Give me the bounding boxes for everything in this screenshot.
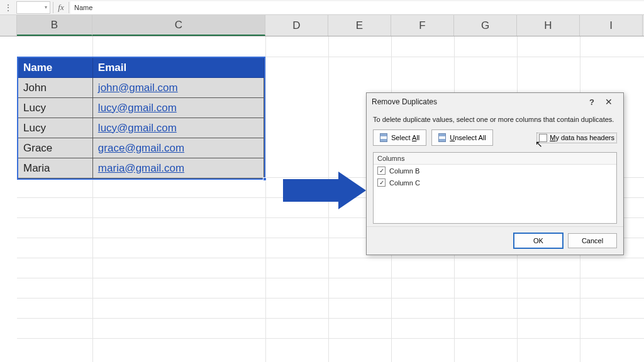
column-header-G[interactable]: G: [454, 15, 517, 36]
checkbox-icon: [539, 134, 547, 142]
cancel-button[interactable]: Cancel: [568, 233, 617, 248]
cell-name[interactable]: Lucy: [18, 118, 93, 138]
select-all-corner[interactable]: [0, 15, 17, 36]
cell-name[interactable]: John: [18, 78, 93, 98]
help-icon[interactable]: ?: [584, 97, 599, 107]
select-all-button[interactable]: Select All: [373, 129, 426, 146]
chevron-down-icon: ▾: [45, 4, 47, 10]
dialog-message: To delete duplicate values, select one o…: [373, 114, 617, 129]
dialog-titlebar[interactable]: Remove Duplicates ? ✕: [367, 93, 623, 111]
cell-email[interactable]: lucy@gmail.com: [93, 98, 264, 118]
column-header-D[interactable]: D: [265, 15, 328, 36]
my-data-has-headers-checkbox[interactable]: My data has headers: [536, 133, 617, 143]
ok-button[interactable]: OK: [514, 233, 563, 248]
cell-email[interactable]: grace@gmail.com: [93, 138, 264, 158]
column-item-label: Column B: [389, 167, 419, 175]
unselect-all-icon: [438, 133, 446, 142]
column-headers: B C D E F G H I: [0, 15, 644, 36]
column-header-C[interactable]: C: [92, 15, 265, 36]
cell-email[interactable]: lucy@gmail.com: [93, 118, 264, 138]
columns-listbox[interactable]: Columns Column B Column C: [373, 152, 617, 224]
formula-bar-menu-icon[interactable]: ⋮: [0, 3, 16, 12]
unselect-all-button[interactable]: Unselect All: [431, 129, 492, 146]
fx-icon[interactable]: fx: [55, 3, 67, 13]
column-item-label: Column C: [389, 179, 420, 187]
table-row: John john@gmail.com: [18, 78, 264, 98]
header-name: Name: [18, 58, 93, 78]
cell-name[interactable]: Maria: [18, 158, 93, 178]
remove-duplicates-dialog: Remove Duplicates ? ✕ To delete duplicat…: [366, 92, 624, 255]
checkbox-icon: [377, 167, 386, 175]
cell-email[interactable]: john@gmail.com: [93, 78, 264, 98]
formula-input[interactable]: Name: [70, 1, 644, 14]
column-header-H[interactable]: H: [517, 15, 580, 36]
cell-email[interactable]: maria@gmail.com: [93, 158, 264, 178]
columns-header: Columns: [374, 153, 616, 165]
column-header-E[interactable]: E: [328, 15, 391, 36]
select-all-icon: [380, 133, 387, 142]
column-header-I[interactable]: I: [580, 15, 643, 36]
column-item[interactable]: Column B: [374, 165, 616, 177]
selected-range[interactable]: Name Email John john@gmail.com Lucy lucy…: [17, 57, 265, 180]
separator: [53, 2, 53, 13]
cell-name[interactable]: Grace: [18, 138, 93, 158]
name-box[interactable]: ▾: [16, 1, 50, 14]
table-row: Maria maria@gmail.com: [18, 158, 264, 178]
separator: [69, 2, 69, 13]
table-row: Lucy lucy@gmail.com: [18, 118, 264, 138]
selection-handle[interactable]: [263, 177, 267, 181]
column-header-B[interactable]: B: [17, 15, 92, 36]
table-row: Lucy lucy@gmail.com: [18, 98, 264, 118]
cell-name[interactable]: Lucy: [18, 98, 93, 118]
column-item[interactable]: Column C: [374, 177, 616, 189]
close-icon[interactable]: ✕: [599, 97, 618, 107]
table-header-row: Name Email: [18, 58, 264, 78]
checkbox-icon: [377, 178, 386, 187]
table-row: Grace grace@gmail.com: [18, 138, 264, 158]
dialog-title: Remove Duplicates: [372, 97, 437, 106]
arrow-right-icon: [338, 172, 366, 209]
column-header-F[interactable]: F: [391, 15, 454, 36]
formula-bar: ⋮ ▾ fx Name: [0, 0, 644, 15]
header-email: Email: [93, 58, 264, 78]
